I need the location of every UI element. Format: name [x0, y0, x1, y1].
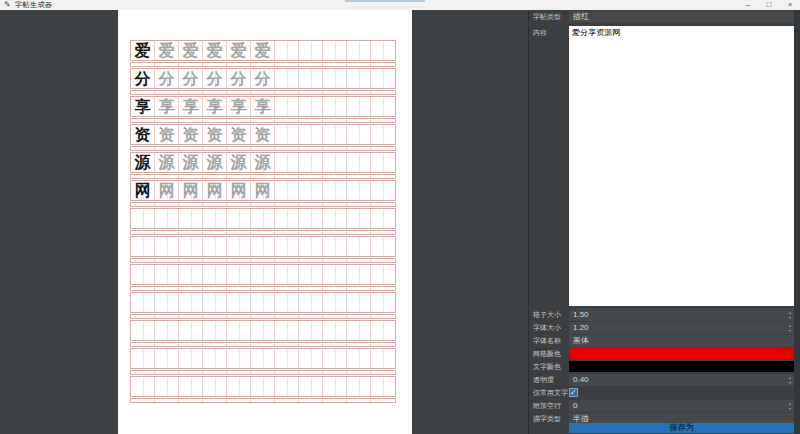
- save-as-button[interactable]: 保存为: [569, 423, 794, 433]
- copybook-cell: [371, 41, 395, 60]
- copybook-spacer-cell: [347, 63, 371, 66]
- copybook-spacer-cell: [251, 203, 275, 206]
- copybook-cell: [347, 69, 371, 88]
- copybook-cell: [275, 153, 299, 172]
- blank-rows-spin-arrows[interactable]: ▴▾: [786, 400, 794, 412]
- copybook-cell: [227, 209, 251, 228]
- spin-down-icon[interactable]: ▾: [789, 406, 791, 411]
- copybook-cell: 爱: [155, 41, 179, 60]
- copybook-cell: [347, 265, 371, 284]
- copybook-spacer-cell: [155, 63, 179, 66]
- text-color-swatch[interactable]: [569, 361, 794, 372]
- copybook-spacer-cell: [227, 175, 251, 178]
- spin-down-icon[interactable]: ▾: [789, 328, 791, 333]
- copybook-spacer-cell: [323, 119, 347, 122]
- copybook-spacer-cell: [251, 315, 275, 318]
- close-button[interactable]: ×: [782, 0, 798, 10]
- blank-rows-row: 附加空行 0 ▴▾: [529, 400, 795, 412]
- font-name-select[interactable]: 黑体: [569, 335, 794, 347]
- copybook-cell: 网: [203, 181, 227, 200]
- copybook-cell: 网: [179, 181, 203, 200]
- copybook-cell: 爱: [251, 41, 275, 60]
- grid-color-swatch[interactable]: [569, 348, 794, 359]
- cell-size-spinner[interactable]: 1.50: [569, 309, 794, 321]
- copybook-spacer-row: [130, 342, 396, 347]
- copybook-cell: [299, 41, 323, 60]
- copybook-spacer-cell: [227, 231, 251, 234]
- opacity-spinner[interactable]: 0.40: [569, 374, 794, 386]
- copybook-spacer-cell: [371, 259, 395, 262]
- common-only-row: 仅常用文字: [529, 387, 795, 399]
- copybook-cell: 爱: [203, 41, 227, 60]
- copybook-spacer-cell: [323, 315, 347, 318]
- copybook-spacer-cell: [155, 175, 179, 178]
- copybook-cell: [371, 349, 395, 368]
- copybook-cell: [155, 209, 179, 228]
- copybook-row: 资资资资资资: [130, 124, 396, 145]
- copybook-spacer-cell: [347, 399, 371, 402]
- font-size-spin-arrows[interactable]: ▴▾: [786, 322, 794, 334]
- content-textarea[interactable]: 爱分享资源网: [569, 26, 794, 306]
- copybook-cell: [323, 265, 347, 284]
- copybook-spacer-cell: [371, 63, 395, 66]
- copybook-spacer-cell: [371, 343, 395, 346]
- font-name-label: 字体名称: [533, 335, 561, 347]
- trace-type-label: 描字类型: [533, 413, 561, 425]
- minimize-button[interactable]: –: [740, 0, 756, 10]
- copybook-type-select[interactable]: 描红: [569, 11, 794, 23]
- copybook-cell: 资: [227, 125, 251, 144]
- grid-color-label: 网格颜色: [533, 348, 561, 360]
- copybook-row: 网网网网网网: [130, 180, 396, 201]
- grid-color-row: 网格颜色: [529, 348, 795, 360]
- copybook-spacer-cell: [251, 63, 275, 66]
- copybook-spacer-row: [130, 202, 396, 207]
- copybook-cell: [203, 265, 227, 284]
- copybook-cell: 资: [131, 125, 155, 144]
- copybook-cell: 分: [179, 69, 203, 88]
- copybook-cell: [179, 321, 203, 340]
- copybook-spacer-cell: [155, 231, 179, 234]
- cell-size-spin-arrows[interactable]: ▴▾: [786, 309, 794, 321]
- copybook-cell: 源: [251, 153, 275, 172]
- copybook-spacer-cell: [299, 175, 323, 178]
- copybook-cell: 网: [131, 181, 155, 200]
- copybook-spacer-cell: [251, 91, 275, 94]
- copybook-cell: 分: [203, 69, 227, 88]
- preview-canvas: 爱爱爱爱爱爱分分分分分分享享享享享享资资资资资资源源源源源源网网网网网网: [0, 10, 528, 434]
- copybook-cell: [203, 349, 227, 368]
- window-title: 字帖生成器: [15, 0, 53, 10]
- copybook-spacer-cell: [179, 91, 203, 94]
- copybook-row: [130, 348, 396, 369]
- copybook-cell: 分: [227, 69, 251, 88]
- common-only-checkbox[interactable]: [569, 388, 578, 397]
- copybook-cell: [299, 181, 323, 200]
- copybook-cell: [323, 153, 347, 172]
- copybook-cell: [155, 265, 179, 284]
- copybook-cell: [371, 69, 395, 88]
- font-size-spinner[interactable]: 1.20: [569, 322, 794, 334]
- titlebar-accent: [345, 0, 425, 2]
- copybook-spacer-cell: [275, 231, 299, 234]
- copybook-cell: [179, 237, 203, 256]
- copybook-spacer-cell: [131, 371, 155, 374]
- copybook-spacer-cell: [203, 175, 227, 178]
- copybook-spacer-cell: [347, 259, 371, 262]
- spin-down-icon[interactable]: ▾: [789, 380, 791, 385]
- copybook-spacer-cell: [131, 259, 155, 262]
- copybook-cell: [323, 293, 347, 312]
- spin-down-icon[interactable]: ▾: [789, 315, 791, 320]
- maximize-button[interactable]: □: [761, 0, 777, 10]
- opacity-spin-arrows[interactable]: ▴▾: [786, 374, 794, 386]
- copybook-spacer-cell: [323, 343, 347, 346]
- blank-rows-spinner[interactable]: 0: [569, 400, 794, 412]
- copybook-row: [130, 264, 396, 285]
- copybook-cell: 分: [251, 69, 275, 88]
- panel-scrollbar[interactable]: [794, 10, 800, 434]
- copybook-cell: [299, 377, 323, 396]
- copybook-spacer-cell: [227, 91, 251, 94]
- copybook-cell: [227, 293, 251, 312]
- copybook-cell: [347, 349, 371, 368]
- copybook-spacer-cell: [179, 63, 203, 66]
- copybook-spacer-cell: [203, 259, 227, 262]
- copybook-spacer-cell: [275, 91, 299, 94]
